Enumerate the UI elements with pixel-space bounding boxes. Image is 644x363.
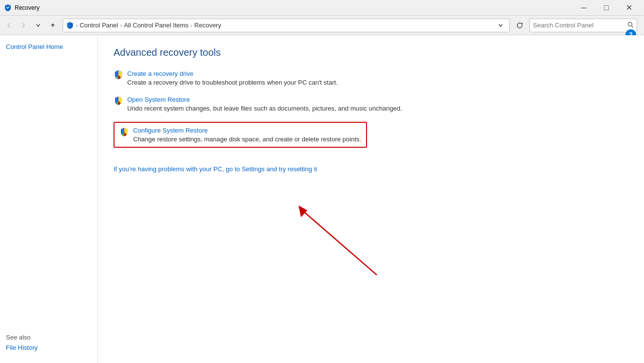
- breadcrumb-dropdown-button[interactable]: [495, 19, 506, 32]
- sidebar: Control Panel Home See also File History: [0, 35, 98, 363]
- sidebar-item-file-history[interactable]: File History: [6, 344, 92, 351]
- forward-button[interactable]: [17, 19, 30, 32]
- item-content-create: Create a recovery drive Create a recover…: [127, 70, 338, 86]
- breadcrumb-separator-1: ›: [76, 23, 78, 28]
- open-system-restore-link[interactable]: Open System Restore: [127, 96, 402, 103]
- breadcrumb-current: Recovery: [194, 22, 221, 29]
- recovery-item-restore: Open System Restore Undo recent system c…: [114, 96, 628, 112]
- item-content-restore: Open System Restore Undo recent system c…: [127, 96, 402, 112]
- window-icon: [4, 4, 12, 12]
- main-area: Control Panel Home See also File History…: [0, 35, 644, 363]
- maximize-button[interactable]: □: [595, 0, 618, 16]
- close-button[interactable]: ✕: [618, 0, 640, 16]
- breadcrumb-control-panel[interactable]: Control Panel: [80, 22, 118, 29]
- refresh-button[interactable]: [513, 19, 527, 32]
- reset-section: If you're having problems with your PC, …: [114, 165, 628, 173]
- svg-point-0: [628, 22, 632, 26]
- up-button[interactable]: [46, 19, 60, 32]
- configure-system-restore-box[interactable]: Configure System Restore Change restore …: [114, 122, 367, 148]
- create-recovery-drive-link[interactable]: Create a recovery drive: [127, 70, 338, 77]
- recovery-item-create: Create a recovery drive Create a recover…: [114, 70, 628, 86]
- back-button[interactable]: [2, 19, 16, 32]
- create-recovery-drive-desc: Create a recovery drive to troubleshoot …: [127, 79, 338, 86]
- sidebar-bottom: See also File History: [0, 328, 97, 357]
- shield-icon-restore: [114, 96, 123, 106]
- page-title: Advanced recovery tools: [114, 47, 628, 58]
- see-also-label: See also: [6, 334, 92, 341]
- window-title: Recovery: [15, 4, 573, 11]
- sidebar-top: Control Panel Home: [0, 41, 97, 52]
- breadcrumb-separator-2: ›: [120, 23, 122, 28]
- open-system-restore-desc: Undo recent system changes, but leave fi…: [127, 105, 402, 112]
- recent-locations-button[interactable]: [31, 19, 45, 32]
- content-area: Advanced recovery tools Create a recover…: [98, 35, 644, 363]
- annotation-arrow: [176, 143, 382, 280]
- sidebar-item-control-panel-home[interactable]: Control Panel Home: [0, 41, 97, 52]
- breadcrumb-icon: [66, 22, 74, 29]
- breadcrumb: › Control Panel › All Control Panel Item…: [66, 22, 495, 29]
- minimize-button[interactable]: ─: [573, 0, 595, 16]
- breadcrumb-all-items[interactable]: All Control Panel Items: [124, 22, 188, 29]
- configure-system-restore-link[interactable]: Configure System Restore: [133, 127, 361, 134]
- breadcrumb-separator-3: ›: [190, 23, 192, 28]
- svg-marker-2: [299, 205, 307, 217]
- search-submit-button[interactable]: [627, 22, 634, 29]
- search-input[interactable]: [533, 22, 627, 29]
- title-bar: Recovery ─ □ ✕: [0, 0, 644, 16]
- reset-link[interactable]: If you're having problems with your PC, …: [114, 165, 628, 173]
- window-controls: ─ □ ✕: [573, 0, 640, 16]
- shield-icon-configure: [119, 127, 129, 137]
- shield-icon-create: [114, 70, 123, 80]
- svg-line-1: [303, 211, 377, 275]
- configure-system-restore-desc: Change restore settings, manage disk spa…: [133, 136, 361, 143]
- item-content-configure: Configure System Restore Change restore …: [133, 127, 361, 143]
- breadcrumb-bar: › Control Panel › All Control Panel Item…: [63, 19, 510, 32]
- navigation-bar: › Control Panel › All Control Panel Item…: [0, 16, 644, 35]
- search-box: [529, 19, 637, 32]
